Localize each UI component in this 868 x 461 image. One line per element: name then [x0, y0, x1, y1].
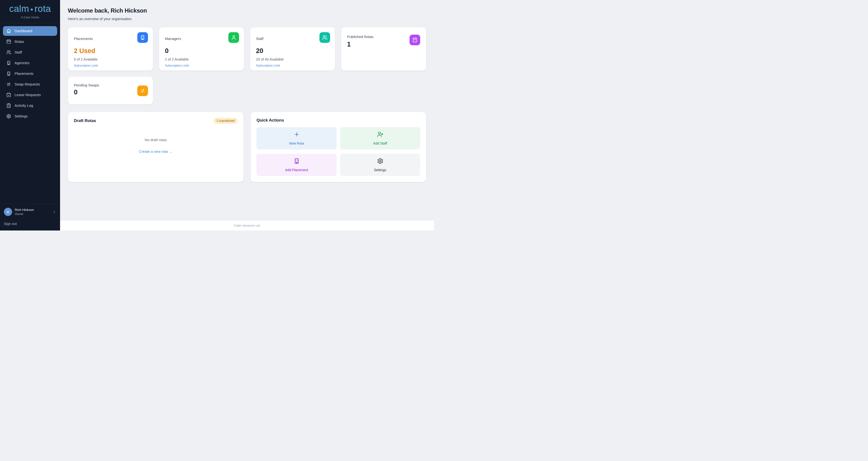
stat-label: Published Rotas — [347, 35, 420, 39]
stat-value: 2 Used — [74, 47, 147, 55]
draft-rotas-title: Draft Rotas — [74, 118, 96, 123]
user-icon — [228, 32, 239, 43]
sidebar-item-staff[interactable]: Staff — [3, 48, 57, 57]
stat-card-placements: Placements 2 Used 0 of 2 Available Subsc… — [68, 27, 153, 71]
brand-dot-icon: ● — [29, 7, 34, 12]
stat-availability: 20 of 40 Available — [256, 57, 329, 61]
chevron-right-icon — [52, 210, 56, 214]
sidebar-item-label: Rotas — [14, 39, 24, 43]
building-icon — [6, 71, 11, 76]
add-placement-button[interactable]: Add Placement — [256, 154, 337, 176]
stat-value: 1 — [347, 41, 420, 48]
quick-action-label: Add Placement — [285, 168, 308, 172]
footer-company-name: Calm Ventures Ltd — [234, 224, 260, 227]
stat-value: 0 — [74, 89, 147, 96]
sidebar: calm●rota A Care Home Dashboard Rotas St… — [0, 0, 60, 230]
unpublished-badge: 2 unpublished — [214, 118, 238, 124]
draft-rotas-panel: Draft Rotas 2 unpublished No draft rotas… — [68, 112, 244, 182]
calendar-check-icon — [6, 92, 11, 97]
user-profile[interactable]: R Rich Hickson Owner — [0, 204, 60, 217]
calendar-icon — [6, 39, 11, 44]
avatar: R — [4, 208, 12, 216]
stat-card-managers: Managers 0 2 of 2 Available Subscription… — [159, 27, 244, 71]
users-icon — [6, 50, 11, 55]
settings-button[interactable]: Settings — [340, 154, 420, 176]
users-icon — [319, 32, 330, 43]
stat-value: 0 — [165, 47, 238, 55]
sidebar-item-label: Swap Requests — [14, 82, 40, 86]
user-plus-icon — [377, 131, 383, 138]
building-icon — [6, 61, 11, 65]
panels-row: Draft Rotas 2 unpublished No draft rotas… — [68, 112, 426, 182]
building-icon — [137, 32, 148, 43]
sidebar-item-placements[interactable]: Placements — [3, 69, 57, 79]
gear-icon — [6, 114, 11, 119]
subscription-limit-link[interactable]: Subscription Limit — [256, 64, 280, 67]
stat-card-staff: Staff 20 20 of 40 Available Subscription… — [250, 27, 335, 71]
sidebar-item-label: Agencies — [14, 61, 30, 65]
sidebar-item-label: Activity Log — [14, 103, 33, 107]
empty-state-text: No draft rotas — [74, 138, 238, 142]
add-staff-button[interactable]: Add Staff — [340, 127, 420, 149]
building-icon — [293, 158, 300, 165]
sidebar-nav: Dashboard Rotas Staff Agencies Placement… — [0, 23, 60, 122]
stats-row: Placements 2 Used 0 of 2 Available Subsc… — [68, 27, 426, 71]
sidebar-item-settings[interactable]: Settings — [3, 112, 57, 121]
subscription-limit-link[interactable]: Subscription Limit — [74, 64, 98, 67]
subscription-limit-link[interactable]: Subscription Limit — [165, 64, 189, 67]
swap-arrows-icon — [6, 82, 11, 87]
stat-label: Pending Swaps — [74, 83, 147, 87]
quick-action-label: Add Staff — [373, 142, 387, 145]
stat-card-pending-swaps: Pending Swaps 0 — [68, 76, 153, 104]
sidebar-item-label: Placements — [14, 71, 33, 75]
profile-name: Rich Hickson — [15, 208, 34, 212]
stat-availability: 2 of 2 Available — [165, 57, 238, 61]
new-rota-button[interactable]: New Rota — [256, 127, 337, 149]
gear-icon — [377, 158, 383, 165]
stat-value: 20 — [256, 47, 329, 55]
quick-actions-panel: Quick Actions New Rota Add Staff — [250, 112, 426, 182]
stat-label: Staff — [256, 36, 329, 41]
pending-row: Pending Swaps 0 — [68, 76, 426, 104]
sidebar-item-label: Staff — [14, 50, 22, 54]
sidebar-item-agencies[interactable]: Agencies — [3, 58, 57, 68]
sidebar-item-label: Leave Requests — [14, 93, 41, 97]
calendar-minus-icon — [409, 35, 420, 45]
sidebar-item-leave-requests[interactable]: Leave Requests — [3, 90, 57, 100]
profile-role: Owner — [15, 212, 34, 216]
stat-card-published-rotas: Published Rotas 1 — [341, 27, 426, 71]
quick-action-label: New Rota — [289, 142, 304, 145]
footer: Calm Ventures Ltd — [60, 221, 434, 230]
sidebar-item-dashboard[interactable]: Dashboard — [3, 26, 57, 36]
home-icon — [6, 29, 11, 33]
brand-name: calm●rota — [3, 4, 57, 14]
page-title: Welcome back, Rich Hickson — [68, 7, 426, 14]
sidebar-item-rotas[interactable]: Rotas — [3, 37, 57, 47]
main-area: Welcome back, Rich Hickson Here's an ove… — [60, 0, 434, 230]
stat-availability: 0 of 2 Available — [74, 57, 147, 61]
sidebar-item-activity-log[interactable]: Activity Log — [3, 101, 57, 111]
plus-icon — [293, 131, 300, 138]
stat-label: Managers — [165, 36, 238, 41]
swap-arrows-icon — [137, 86, 148, 96]
sign-out-button[interactable]: Sign out — [0, 217, 60, 230]
sidebar-item-swap-requests[interactable]: Swap Requests — [3, 80, 57, 89]
sidebar-item-label: Dashboard — [14, 29, 32, 33]
brand-subtitle: A Care Home — [3, 16, 57, 19]
quick-actions-title: Quick Actions — [256, 118, 420, 123]
sidebar-item-label: Settings — [14, 114, 28, 118]
create-new-rota-link[interactable]: Create a new rota → — [139, 149, 173, 154]
brand-logo[interactable]: calm●rota A Care Home — [0, 0, 60, 23]
page-subtitle: Here's an overview of your organisation. — [68, 17, 426, 21]
quick-action-label: Settings — [374, 168, 386, 172]
stat-label: Placements — [74, 36, 147, 41]
clipboard-icon — [6, 103, 11, 108]
